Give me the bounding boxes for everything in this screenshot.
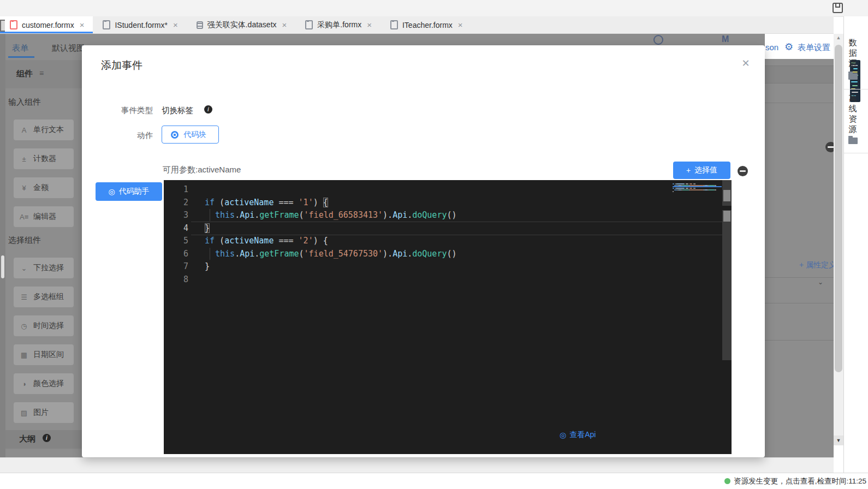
tab-close-icon[interactable]: ×	[80, 21, 85, 29]
file-tab-0[interactable]: customer.formx×	[0, 16, 93, 33]
file-tab-4[interactable]: ITeacher.formx×	[381, 16, 472, 33]
radio-selected-icon	[171, 131, 179, 139]
gear-icon[interactable]: ⚙	[784, 41, 793, 53]
component-item-counter[interactable]: ±计数器	[14, 148, 74, 169]
select-value-button[interactable]: + 选择值	[673, 162, 730, 179]
editor-scrollbar[interactable]	[722, 180, 732, 454]
page-scrollbar-thumb[interactable]	[835, 45, 842, 372]
editor-scrollbar-thumb[interactable]	[723, 211, 730, 222]
component-item-time-select[interactable]: ◷时间选择	[14, 315, 74, 336]
tab-close-icon[interactable]: ×	[173, 21, 178, 29]
status-dot-icon	[724, 478, 730, 484]
action-label: 动作	[114, 130, 153, 141]
token-pun: ).	[383, 210, 393, 220]
close-icon[interactable]: ✕	[739, 56, 753, 70]
tab-close-icon[interactable]: ×	[282, 21, 287, 29]
event-type-info-icon[interactable]: i	[204, 105, 212, 114]
rail-item-1[interactable]: 离线资源	[847, 93, 858, 134]
component-item-label: 颜色选择	[33, 379, 64, 389]
page-scrollbar[interactable]: ▲ ▼	[834, 34, 843, 445]
token-fn: getFrame	[259, 210, 299, 220]
token-fn: getFrame	[259, 249, 299, 259]
folder-icon	[848, 138, 858, 144]
panel-pin-icon	[0, 20, 5, 32]
token-pun: ()	[447, 210, 456, 220]
token-str: 'field_66583413'	[304, 210, 383, 220]
file-tab-1[interactable]: IStudent.formx*×	[93, 16, 186, 33]
component-item-image[interactable]: ▨图片	[14, 402, 74, 423]
single-line-text-icon: A	[20, 126, 28, 134]
menu-icon[interactable]: ≡	[39, 69, 44, 77]
file-tab-label: 强关联实体.datasetx	[207, 20, 277, 30]
code-editor[interactable]: 12345678 if (activeName === '1') {this.A…	[164, 180, 732, 454]
form-file-icon	[390, 20, 398, 29]
editor-minimap[interactable]	[673, 182, 722, 199]
component-item-color-select[interactable]: ◑颜色选择	[14, 373, 74, 394]
token-kw: if	[205, 198, 215, 207]
file-tab-3[interactable]: 采购单.formx×	[295, 16, 381, 33]
rail-item-0[interactable]: 数据源	[847, 37, 858, 68]
code-assistant-button[interactable]: ◎ 代码助手	[96, 182, 162, 201]
tab-close-icon[interactable]: ×	[367, 21, 372, 29]
token-pun: .	[407, 210, 412, 220]
sidebar-scrollbar-thumb[interactable]	[1, 255, 4, 278]
rail-divider	[844, 153, 868, 153]
scroll-up-icon[interactable]: ▲	[834, 35, 843, 40]
outline-info-icon[interactable]: i	[43, 434, 51, 442]
component-item-label: 计数器	[33, 154, 56, 164]
component-item-checkbox-group[interactable]: ☰多选框组	[14, 287, 74, 307]
file-tab-2[interactable]: 强关联实体.datasetx×	[187, 16, 296, 33]
line-number-gutter: 12345678	[164, 183, 188, 286]
line-number: 1	[164, 183, 188, 196]
component-item-label: 单行文本	[33, 125, 64, 135]
time-select-icon: ◷	[20, 322, 28, 330]
editor-scrollbar-thumb[interactable]	[723, 190, 730, 201]
token-brk: }	[205, 223, 210, 233]
image-icon: ▨	[20, 409, 28, 417]
token-pun: .	[254, 249, 259, 259]
code-line: }	[205, 260, 457, 273]
token-prop: Api	[240, 249, 254, 259]
code-line: if (activeName === '1') {	[205, 196, 457, 210]
target-icon: ◎	[108, 187, 115, 196]
token-pun: (	[215, 236, 224, 246]
view-api-link[interactable]: ◎ 查看Api	[560, 430, 596, 440]
component-item-single-line-text[interactable]: A单行文本	[14, 120, 74, 140]
code-block-radio-label: 代码块	[183, 130, 206, 140]
folder-icon	[848, 73, 858, 80]
token-str: '2'	[299, 236, 313, 246]
view-tab-default-view[interactable]: 默认视图	[52, 43, 85, 53]
remove-event-button[interactable]	[738, 166, 748, 176]
sidebar-scrollbar[interactable]	[0, 34, 5, 457]
token-pun: .	[254, 210, 259, 220]
component-item-dropdown-select[interactable]: ⌄下拉选择	[14, 258, 74, 278]
save-icon[interactable]	[833, 3, 843, 13]
line-number: 4	[164, 222, 188, 235]
form-file-icon	[305, 20, 313, 29]
tab-close-icon[interactable]: ×	[458, 21, 463, 29]
collapse-chevron-icon[interactable]: ⌄	[818, 278, 823, 286]
component-item-date-range[interactable]: ▦日期区间	[14, 344, 74, 365]
status-message[interactable]: 资源发生变更，点击查看,检查时间:11:25	[734, 476, 866, 486]
editor-scroll-track	[722, 210, 732, 360]
token-pun: (	[215, 198, 224, 207]
background-row-band	[765, 65, 834, 83]
remove-item-button[interactable]	[825, 142, 834, 152]
form-file-icon	[10, 20, 17, 29]
attribute-definition-link[interactable]: + 属性定义	[799, 260, 834, 270]
outline-section[interactable]	[0, 430, 82, 449]
color-select-icon: ◑	[20, 380, 28, 388]
code-block-radio[interactable]: 代码块	[162, 126, 219, 144]
component-item-amount[interactable]: ¥金额	[14, 177, 74, 198]
plus-icon: +	[799, 260, 804, 269]
component-item-rich-editor[interactable]: A≡编辑器	[14, 206, 74, 227]
file-tab-label: IStudent.formx*	[115, 21, 168, 29]
token-kw: this	[215, 249, 235, 259]
json-button-partial[interactable]: son	[765, 43, 778, 52]
component-item-label: 金额	[33, 183, 49, 193]
code-content[interactable]: if (activeName === '1') {this.Api.getFra…	[205, 183, 457, 286]
form-settings-button[interactable]: 表单设置	[798, 43, 830, 53]
dropdown-select-icon: ⌄	[20, 264, 28, 272]
view-tab-form[interactable]: 表单	[12, 43, 28, 53]
scroll-down-icon[interactable]: ▼	[834, 436, 843, 445]
